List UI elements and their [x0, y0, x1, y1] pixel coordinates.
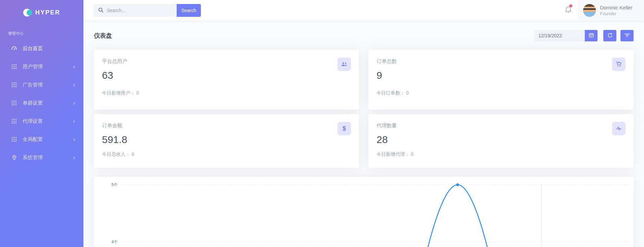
page-head: 仪表盘: [94, 30, 634, 42]
notification-unread-dot: [569, 4, 572, 7]
filter-button[interactable]: [620, 30, 634, 41]
sidebar-item-ad-management[interactable]: 广告管理 ›: [0, 76, 83, 94]
stat-label: 订单总数: [377, 58, 625, 65]
grid-icon: [11, 100, 17, 106]
search-icon: [98, 7, 104, 14]
stat-footer: 今日订单数： 0: [377, 90, 625, 96]
line-chart-canvas: 5个 4个: [94, 177, 634, 247]
users-icon: [337, 58, 351, 71]
chevron-right-icon: ›: [73, 64, 75, 70]
topbar: Search Dominic Keller Founder: [83, 0, 644, 21]
refresh-button[interactable]: [603, 30, 616, 41]
sidebar-item-label: 全局配置: [23, 136, 43, 143]
search-group: Search: [94, 4, 201, 17]
stat-value: 9: [377, 70, 625, 81]
stat-label: 代理数量: [377, 122, 625, 129]
sidebar-item-label: 用户管理: [23, 64, 43, 70]
stat-card-total-users: 平台总用户 63 今日新增用户： 0: [94, 50, 359, 110]
sidebar-item-label: 系统管理: [23, 154, 43, 161]
filter-icon: [624, 33, 630, 39]
stat-card-total-orders: 订单总数 9 今日订单数： 0: [368, 50, 634, 110]
search-button[interactable]: Search: [177, 4, 201, 17]
stat-card-order-amount: 订单金额 591.8 今日总收入： 0 $: [94, 114, 359, 168]
calendar-icon: [589, 33, 594, 39]
stat-footer: 今日新增代理： 0: [377, 151, 625, 157]
chevron-right-icon: ›: [73, 82, 75, 88]
stat-value: 28: [377, 134, 625, 145]
stat-footer: 今日新增用户： 0: [102, 90, 351, 96]
sidebar-section-label: 管理中心: [0, 25, 83, 39]
sidebar-item-group-settings[interactable]: 单群设置 ›: [0, 94, 83, 112]
sidebar-item-label: 代理设置: [23, 118, 43, 125]
sidebar-item-label: 广告管理: [23, 82, 43, 88]
speedometer-icon: [11, 45, 17, 52]
cart-icon: [612, 58, 625, 71]
calendar-button[interactable]: [585, 30, 598, 41]
stat-card-agent-count: 代理数量 28 今日新增代理： 0: [368, 114, 634, 168]
chevron-right-icon: ›: [73, 136, 75, 143]
peak-point-marker: [456, 183, 459, 186]
stat-footer: 今日总收入： 0: [102, 151, 351, 157]
y-tick-5: 5个: [111, 182, 118, 187]
sidebar-item-system-management[interactable]: 系统管理 ›: [0, 148, 83, 167]
series-line: [424, 185, 492, 247]
brand-name: HYPER: [35, 9, 61, 16]
refresh-icon: [607, 33, 613, 39]
sidebar-item-label: 单群设置: [23, 100, 43, 106]
grid-icon: [11, 118, 17, 125]
sidebar: HYPER 管理中心 后台首页 用户管理 ›: [0, 0, 83, 247]
date-picker-group: [534, 30, 598, 41]
sidebar-item-agent-settings[interactable]: 代理设置 ›: [0, 112, 83, 130]
grid-icon: [11, 63, 17, 70]
stat-label: 订单金额: [102, 122, 351, 129]
brand-logo-icon: [23, 8, 32, 17]
y-tick-4: 4个: [111, 240, 118, 244]
stat-cards: 平台总用户 63 今日新增用户： 0 订单总数 9 今日订单数： 0 订单金额: [94, 50, 634, 168]
orders-trend-chart[interactable]: 5个 4个: [94, 177, 634, 247]
stat-label: 平台总用户: [102, 58, 351, 65]
stat-value: 63: [102, 70, 351, 81]
grid-icon: [11, 136, 17, 143]
sidebar-item-global-config[interactable]: 全局配置 ›: [0, 130, 83, 148]
sidebar-item-user-management[interactable]: 用户管理 ›: [0, 58, 83, 76]
page-title: 仪表盘: [94, 32, 112, 40]
user-name: Dominic Keller: [600, 5, 633, 10]
user-menu[interactable]: Dominic Keller Founder: [578, 0, 644, 21]
map-pin-icon: [11, 154, 17, 161]
sidebar-item-backend-home[interactable]: 后台首页: [0, 39, 83, 58]
chevron-right-icon: ›: [73, 118, 75, 125]
notifications-button[interactable]: [559, 5, 578, 15]
stat-value: 591.8: [102, 134, 351, 145]
search-input[interactable]: [94, 4, 177, 17]
avatar: [583, 4, 596, 17]
chevron-right-icon: ›: [73, 100, 75, 106]
user-role: Founder: [600, 11, 633, 16]
grid-icon: [11, 81, 17, 88]
dollar-icon: $: [337, 122, 351, 135]
date-input[interactable]: [534, 30, 585, 41]
brand-logo[interactable]: HYPER: [0, 0, 83, 25]
pulse-icon: [612, 122, 625, 135]
chevron-right-icon: ›: [73, 154, 75, 161]
sidebar-item-label: 后台首页: [23, 45, 43, 52]
